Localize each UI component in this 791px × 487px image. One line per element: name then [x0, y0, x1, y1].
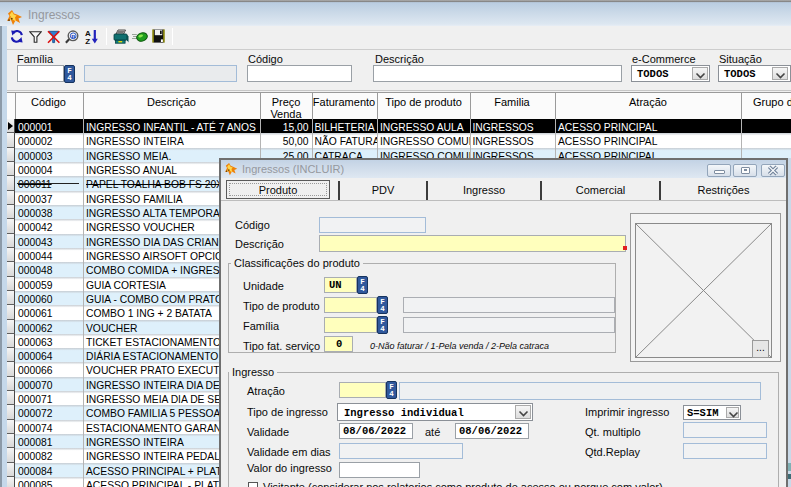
svg-text:Z: Z: [85, 37, 90, 44]
svg-text:n: n: [71, 32, 75, 40]
